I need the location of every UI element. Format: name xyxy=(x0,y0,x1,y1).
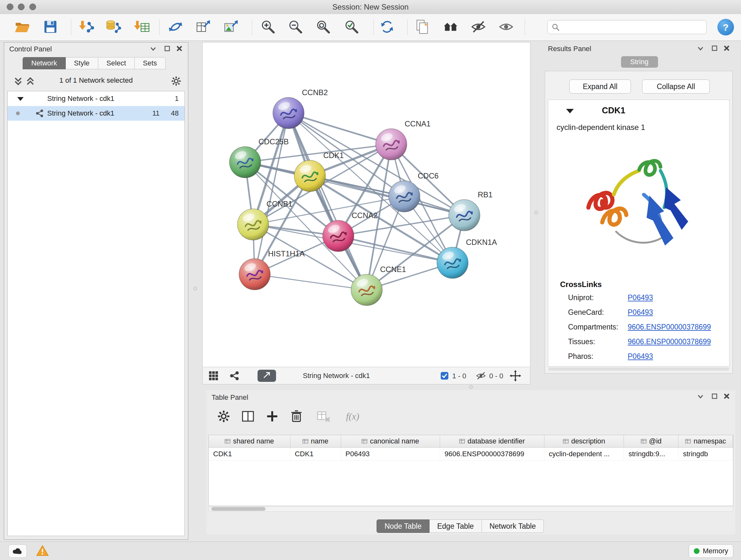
network-node-CCNB1[interactable] xyxy=(238,209,269,240)
table-cell[interactable]: cyclin-dependent ... xyxy=(544,448,624,460)
network-edge[interactable] xyxy=(288,113,391,144)
network-node-HIST1H1A[interactable] xyxy=(239,259,270,290)
tab-network[interactable]: Network xyxy=(23,57,66,69)
network-row-selected[interactable]: String Network - cdk1 11 48 xyxy=(8,106,185,121)
table-options-gear-button[interactable] xyxy=(216,409,231,424)
collapse-all-button[interactable]: Collapse All xyxy=(642,79,710,94)
warnings-button[interactable] xyxy=(33,544,52,558)
network-canvas[interactable]: CCNB2CCNA1CDC25BCDK1CDC6RB1CCNB1CCNA2CDK… xyxy=(203,43,530,367)
panel-maximize-icon[interactable] xyxy=(711,392,719,400)
network-node-CCNA1[interactable] xyxy=(376,129,407,160)
network-node-CCNE1[interactable] xyxy=(351,274,382,306)
tab-edge-table[interactable]: Edge Table xyxy=(429,519,482,533)
new-network-button[interactable] xyxy=(166,18,185,36)
network-node-CDKN1A[interactable] xyxy=(437,247,468,278)
crosslink-value-link[interactable]: P06493 xyxy=(628,308,653,317)
tab-network-table[interactable]: Network Table xyxy=(482,519,544,533)
gear-icon xyxy=(170,75,182,87)
panel-close-icon[interactable] xyxy=(723,44,731,52)
zoom-out-button[interactable] xyxy=(286,18,305,36)
network-edge[interactable] xyxy=(288,113,367,290)
column-header-database-identifier[interactable]: database identifier xyxy=(440,435,544,447)
network-node-CCNA2[interactable] xyxy=(323,220,354,252)
network-node-RB1[interactable] xyxy=(449,199,480,231)
open-in-new-window-button[interactable] xyxy=(258,370,276,382)
column-header-canonical-name[interactable]: canonical name xyxy=(341,435,441,447)
function-builder-button[interactable]: f(x) xyxy=(340,409,365,424)
collapse-section-icon[interactable] xyxy=(566,109,574,113)
memory-button[interactable]: Memory xyxy=(689,544,733,558)
cloud-status-button[interactable] xyxy=(8,544,27,558)
network-node-CDK1[interactable] xyxy=(294,160,326,192)
zoom-in-button[interactable] xyxy=(259,18,277,36)
panel-close-icon[interactable] xyxy=(723,392,731,400)
panel-maximize-icon[interactable] xyxy=(163,44,172,53)
panel-close-icon[interactable] xyxy=(175,44,184,53)
disclosure-triangle-icon[interactable] xyxy=(17,97,23,101)
column-header-description[interactable]: description xyxy=(544,435,624,447)
network-node-CDC25B[interactable] xyxy=(229,146,261,178)
table-horizontal-scrollbar[interactable] xyxy=(208,506,733,512)
column-header-shared-name[interactable]: shared name xyxy=(209,435,290,447)
panel-float-icon[interactable] xyxy=(149,44,157,53)
table-cell[interactable]: P06493 xyxy=(341,448,441,460)
open-session-button[interactable] xyxy=(13,18,31,36)
network-edge[interactable] xyxy=(255,274,367,290)
tab-select[interactable]: Select xyxy=(98,57,135,69)
table-cell[interactable]: 9606.ENSP00000378699 xyxy=(440,448,544,460)
copy-document-button[interactable] xyxy=(413,18,431,36)
add-column-button[interactable] xyxy=(265,409,280,424)
show-columns-button[interactable] xyxy=(240,409,256,424)
column-header-name[interactable]: name xyxy=(290,435,341,447)
network-node-CCNB2[interactable] xyxy=(273,98,304,129)
network-overview-button[interactable] xyxy=(229,371,240,381)
save-session-button[interactable] xyxy=(42,18,59,36)
table-cell[interactable]: CDK1 xyxy=(209,448,290,460)
export-table-button[interactable] xyxy=(194,18,212,36)
splitter-handle[interactable] xyxy=(534,211,538,214)
tab-sets[interactable]: Sets xyxy=(135,57,165,69)
help-button[interactable]: ? xyxy=(718,19,734,36)
toolbar-separator xyxy=(71,19,71,35)
crosslink-value-link[interactable]: 9606.ENSP00000378699 xyxy=(628,323,711,331)
scrollbar-thumb[interactable] xyxy=(211,507,266,511)
crosslink-value-link[interactable]: 9606.ENSP00000378699 xyxy=(628,337,711,346)
panel-float-icon[interactable] xyxy=(696,44,704,52)
network-node-CDC6[interactable] xyxy=(389,181,420,212)
splitter-handle[interactable] xyxy=(193,287,197,291)
table-cell[interactable]: stringdb:9... xyxy=(624,448,678,460)
network-edge[interactable] xyxy=(338,236,453,263)
delete-column-button[interactable] xyxy=(289,409,304,424)
network-collection-row[interactable]: String Network - cdk1 1 xyxy=(8,91,185,106)
home-button[interactable] xyxy=(442,18,460,36)
column-header-namespac[interactable]: namespac xyxy=(678,435,733,447)
pan-mode-button[interactable] xyxy=(510,370,521,381)
splitter-handle[interactable] xyxy=(469,385,473,389)
zoom-fit-button[interactable] xyxy=(314,18,332,36)
crosslink-value-link[interactable]: P06493 xyxy=(628,352,653,361)
search-input[interactable] xyxy=(562,23,706,32)
table-row[interactable]: CDK1CDK1P064939606.ENSP00000378699cyclin… xyxy=(209,448,733,461)
selected-checkbox[interactable] xyxy=(441,372,448,380)
import-network-from-file-button[interactable] xyxy=(77,18,95,36)
expand-all-button[interactable]: Expand All xyxy=(569,79,631,94)
birds-eye-view-button[interactable] xyxy=(208,371,219,381)
tab-style[interactable]: Style xyxy=(66,57,98,69)
zoom-selected-button[interactable] xyxy=(343,18,360,36)
export-image-button[interactable] xyxy=(222,18,240,36)
crosslink-value-link[interactable]: P06493 xyxy=(628,294,653,302)
refresh-button[interactable] xyxy=(378,18,396,36)
tab-node-table[interactable]: Node Table xyxy=(377,519,429,533)
panel-float-icon[interactable] xyxy=(696,392,704,400)
results-scrollbar[interactable] xyxy=(548,368,729,371)
column-header--id[interactable]: @id xyxy=(624,435,678,447)
import-network-from-database-button[interactable] xyxy=(105,18,122,36)
tab-string[interactable]: String xyxy=(621,56,658,68)
import-table-from-file-button[interactable] xyxy=(133,18,151,36)
show-graphics-button[interactable] xyxy=(497,18,515,36)
panel-maximize-icon[interactable] xyxy=(711,44,719,52)
table-cell[interactable]: stringdb xyxy=(678,448,733,460)
hide-graphics-button[interactable] xyxy=(469,18,487,36)
table-cell[interactable]: CDK1 xyxy=(290,448,341,460)
network-options-gear-button[interactable] xyxy=(170,75,182,87)
